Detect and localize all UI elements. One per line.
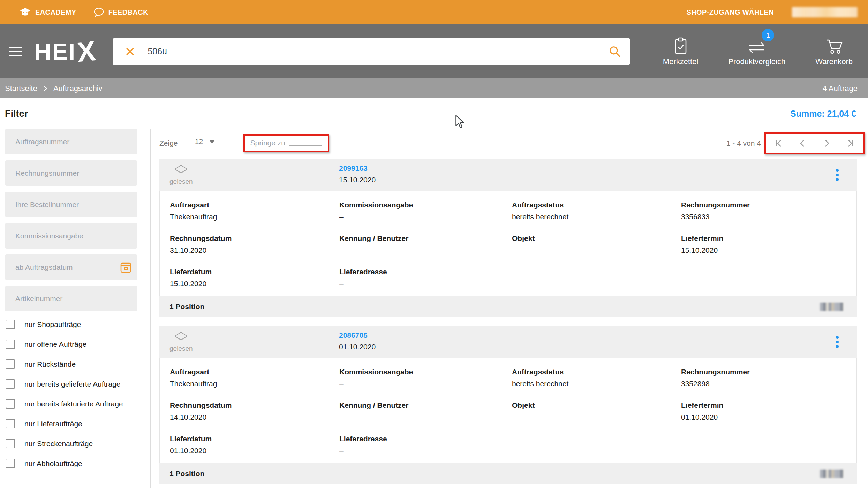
filter-title: Filter (5, 108, 28, 119)
jump-to-input[interactable]: Springe zu (250, 139, 285, 147)
checkbox-label: nur Rückstände (24, 360, 76, 368)
checkbox-icon[interactable] (6, 359, 15, 369)
calendar-icon[interactable] (120, 261, 132, 273)
order-field: Kennung / Benutzer – (339, 234, 512, 254)
rechnungsnummer-field[interactable] (5, 160, 137, 186)
checkbox-label: nur Streckenaufträge (24, 440, 93, 448)
produktvergleich-button[interactable]: 1 Produktvergleich (728, 37, 785, 66)
checkbox-icon[interactable] (6, 379, 15, 389)
chevron-down-icon (209, 140, 215, 143)
order-field: Objekt – (512, 234, 681, 254)
prev-page-icon[interactable] (798, 138, 808, 148)
field-value: 01.10.2020 (170, 447, 339, 455)
produktvergleich-label: Produktvergleich (728, 57, 785, 66)
field-label: Rechnungsdatum (170, 234, 339, 243)
order-menu-icon[interactable] (836, 169, 839, 181)
order-field: Liefertermin 15.10.2020 (681, 234, 856, 254)
order-number-link[interactable]: 2086705 (339, 331, 376, 340)
results-toolbar: Zeige 12 Springe zu 1 - 4 von 4 (159, 129, 868, 158)
logo-text: HEI (35, 38, 76, 65)
field-value: – (339, 213, 512, 221)
order-field: Lieferdatum 15.10.2020 (170, 268, 339, 288)
page: EACADEMY FEEDBACK SHOP-ZUGANG WÄHLEN HEI… (0, 0, 868, 488)
sum-total: Summe: 21,04 € (790, 109, 856, 119)
last-page-icon[interactable] (845, 138, 855, 148)
compare-arrows-icon: 1 (748, 37, 766, 55)
auftragsdatum-field[interactable] (5, 254, 137, 280)
zeige-label: Zeige (159, 139, 178, 147)
shop-access-button[interactable]: SHOP-ZUGANG WÄHLEN (686, 8, 774, 16)
topbar-right: SHOP-ZUGANG WÄHLEN (686, 7, 858, 17)
checkbox-icon[interactable] (6, 439, 15, 448)
checkbox-offene-auftraege[interactable]: nur offene Aufträge (5, 340, 150, 349)
page-size-select[interactable]: 12 (188, 137, 222, 149)
order-card: gelesen 2099163 15.10.2020 Auftragsart T… (159, 159, 857, 317)
eacademy-link[interactable]: EACADEMY (20, 8, 76, 17)
order-card-body: Auftragsart Thekenauftrag Kommissionsang… (159, 358, 857, 463)
field-value: – (339, 413, 512, 421)
order-field: Auftragsstatus bereits berechnet (512, 368, 681, 388)
field-label: Liefertermin (681, 234, 856, 243)
checkbox-abholauftraege[interactable]: nur Abholaufträge (5, 459, 150, 468)
checkbox-lieferauftraege[interactable]: nur Lieferaufträge (5, 419, 150, 428)
next-page-icon[interactable] (822, 138, 831, 148)
field-label: Kennung / Benutzer (339, 401, 512, 410)
field-value: – (512, 246, 681, 254)
checkbox-icon[interactable] (6, 320, 15, 329)
annotation-box-jump: Springe zu (243, 134, 329, 152)
kommissionsangabe-field[interactable] (5, 223, 137, 249)
field-label: Lieferdatum (170, 268, 339, 276)
order-field: Rechnungsdatum 14.10.2020 (170, 401, 339, 421)
field-label: Kennung / Benutzer (339, 234, 512, 243)
checkbox-icon[interactable] (6, 459, 15, 468)
field-value: 15.10.2020 (170, 280, 339, 288)
field-value: Thekenauftrag (170, 213, 339, 221)
checkbox-icon[interactable] (6, 340, 15, 349)
field-label: Kommissionsangabe (339, 201, 512, 209)
checkbox-gelieferte-auftraege[interactable]: nur bereits gelieferte Aufträge (5, 379, 150, 389)
menu-icon[interactable] (9, 47, 22, 56)
breadcrumb: Startseite Auftragsarchiv 4 Aufträge (0, 78, 868, 98)
checkbox-label: nur Abholaufträge (24, 459, 82, 468)
field-label: Objekt (512, 234, 681, 243)
checkbox-icon[interactable] (6, 419, 15, 428)
checkbox-label: nur bereits fakturierte Aufträge (24, 400, 123, 408)
merkzettel-button[interactable]: Merkzettel (663, 37, 698, 66)
field-label: Lieferdatum (170, 435, 339, 443)
feedback-link[interactable]: FEEDBACK (94, 7, 148, 17)
artikelnummer-field[interactable] (5, 286, 137, 311)
search-icon[interactable] (609, 45, 621, 58)
checkbox-shopauftraege[interactable]: nur Shopaufträge (5, 320, 150, 329)
order-field: Lieferadresse – (339, 268, 512, 288)
heix-logo[interactable]: HEIX (35, 36, 97, 68)
order-field: Objekt – (512, 401, 681, 421)
field-label: Liefertermin (681, 401, 856, 410)
first-page-icon[interactable] (774, 138, 784, 148)
bestellnummer-field[interactable] (5, 192, 137, 217)
auftragsnummer-field[interactable] (5, 129, 137, 154)
order-menu-icon[interactable] (836, 336, 839, 348)
field-label: Kommissionsangabe (339, 368, 512, 376)
checkbox-rueckstaende[interactable]: nur Rückstände (5, 359, 150, 369)
order-card-header: gelesen 2099163 15.10.2020 (159, 159, 857, 191)
field-value: 3352898 (681, 380, 856, 388)
field-value: 14.10.2020 (170, 413, 339, 421)
checkbox-streckenauftraege[interactable]: nur Streckenaufträge (5, 439, 150, 448)
order-date: 15.10.2020 (339, 176, 376, 184)
filter-checkbox-list: nur Shopaufträge nur offene Aufträge nur… (5, 320, 150, 468)
search-input[interactable] (147, 46, 609, 57)
order-field: Lieferdatum 01.10.2020 (170, 435, 339, 455)
checkbox-fakturierte-auftraege[interactable]: nur bereits fakturierte Aufträge (5, 399, 150, 409)
checkbox-icon[interactable] (6, 399, 15, 409)
field-value: bereits berechnet (512, 380, 681, 388)
clear-search-icon[interactable] (125, 47, 135, 56)
clipboard-check-icon (674, 37, 688, 55)
field-value: Thekenauftrag (170, 380, 339, 388)
breadcrumb-home[interactable]: Startseite (5, 84, 37, 93)
order-field: Lieferadresse – (339, 435, 512, 455)
warenkorb-button[interactable]: Warenkorb (815, 37, 853, 66)
graduation-cap-icon (20, 8, 31, 17)
order-card: gelesen 2086705 01.10.2020 Auftragsart T… (159, 326, 857, 484)
order-number-link[interactable]: 2099163 (339, 164, 376, 173)
app-bar: HEIX Merkzettel 1 Prod (0, 24, 868, 78)
